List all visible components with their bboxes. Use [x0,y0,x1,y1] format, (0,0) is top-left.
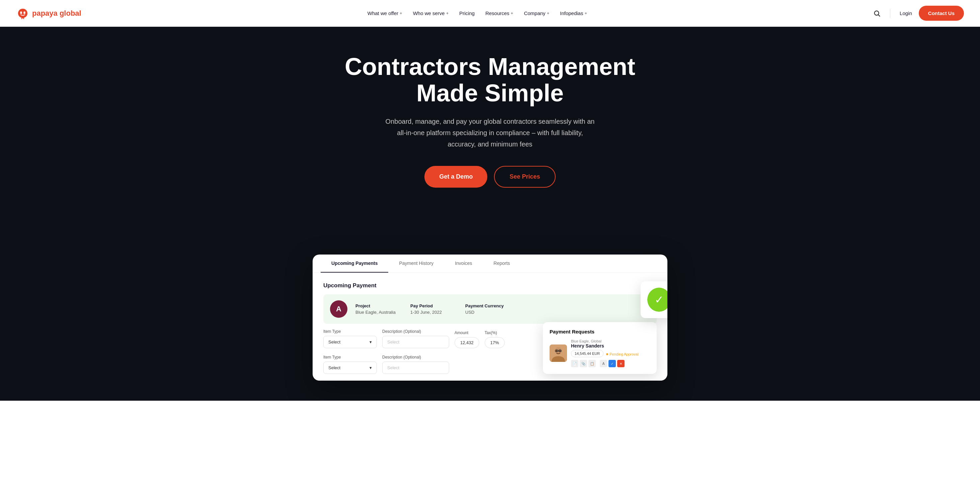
tab-payment-history[interactable]: Payment History [388,255,444,273]
chevron-down-icon: ▾ [369,339,372,344]
logo[interactable]: papaya global [16,7,81,19]
description-group-2: Description (Optional) Select [382,355,449,374]
desc-input-1[interactable]: Select [382,336,449,348]
currency-label: Payment Currency [465,303,512,308]
status-dot [606,353,608,355]
plus-icon: + [446,11,449,16]
dashboard-preview: Upcoming Payments Payment History Invoic… [0,255,980,401]
payment-request-row: Blue Eagle, Global Henry Sanders 14,545.… [550,339,650,367]
payment-avatar: A [330,300,347,318]
logo-text: papaya global [32,9,81,18]
pay-period-label: Pay Period [410,303,457,308]
tax-group: Tax(%) 17% [485,330,505,348]
search-icon[interactable] [873,10,881,17]
request-status: Pending Approval [606,352,638,356]
requester-name: Henry Sanders [571,343,650,349]
item-type-label-1: Item Type [323,329,377,334]
nav-item-who-we-serve[interactable]: Who we serve + [413,10,449,16]
requester-info: Blue Eagle, Global Henry Sanders 14,545.… [571,339,650,367]
item-type-group-1: Item Type Select ▾ [323,329,377,348]
hero-buttons: Get a Demo See Prices [16,166,964,188]
tab-upcoming-payments[interactable]: Upcoming Payments [321,255,388,273]
action-approve-button[interactable]: A [600,360,607,367]
svg-line-3 [878,15,880,16]
request-actions: 📄 📎 📋 A ✓ ✕ [571,360,650,367]
plus-icon: + [399,11,402,16]
project-label: Project [355,303,402,308]
tab-invoices[interactable]: Invoices [444,255,483,273]
action-reject-button[interactable]: ✕ [617,360,625,367]
requester-avatar [550,344,567,362]
action-clip-button[interactable]: 📎 [580,360,587,367]
nav-links: What we offer + Who we serve + Pricing R… [368,10,587,16]
currency-value: USD [465,310,512,315]
nav-item-what-we-offer[interactable]: What we offer + [368,10,402,16]
item-type-label-2: Item Type [323,355,377,360]
payment-header-row: A Project Blue Eagle, Australia Pay Peri… [323,294,657,324]
plus-icon: + [547,11,550,16]
project-value: Blue Eagle, Australia [355,310,402,315]
payment-requests-title: Payment Requests [550,329,650,334]
hero-subtext: Onboard, manage, and pay your global con… [383,116,597,150]
svg-point-1 [24,11,25,14]
payment-period-col: Pay Period 1-30 June, 2022 [410,303,457,315]
nav-divider [890,9,890,18]
tax-value[interactable]: 17% [485,337,505,348]
item-type-select-1[interactable]: Select ▾ [323,336,377,348]
tab-reports[interactable]: Reports [483,255,521,273]
pay-period-value: 1-30 June, 2022 [410,310,457,315]
svg-point-7 [559,350,561,352]
payment-requests-card: Payment Requests [543,322,657,374]
plus-icon: + [584,11,587,16]
action-doc-button[interactable]: 📄 [571,360,578,367]
desc-label-2: Description (Optional) [382,355,449,360]
requester-company: Blue Eagle, Global [571,339,650,343]
plus-icon: + [511,11,514,16]
amount-value[interactable]: 12,432 [455,337,479,348]
hero-heading: Contractors Management Made Simple [339,54,641,106]
desc-label-1: Description (Optional) [382,329,449,334]
dashboard-card: Upcoming Payments Payment History Invoic… [313,255,667,380]
payment-currency-col: Payment Currency USD [465,303,512,315]
hero-section: Contractors Management Made Simple Onboa… [0,27,980,255]
svg-point-0 [20,11,22,14]
nav-item-company[interactable]: Company + [524,10,549,16]
description-group-1: Description (Optional) Select [382,329,449,348]
nav-item-resources[interactable]: Resources + [485,10,513,16]
contact-us-button[interactable]: Contact Us [919,6,964,21]
dashboard-tabs: Upcoming Payments Payment History Invoic… [313,255,667,273]
amount-group: Amount 12,432 [455,330,479,348]
svg-point-6 [556,350,557,352]
nav-right: Login Contact Us [873,6,964,21]
desc-input-2[interactable]: Select [382,361,449,374]
login-button[interactable]: Login [900,10,912,16]
action-confirm-button[interactable]: ✓ [608,360,616,367]
tax-label: Tax(%) [485,330,505,335]
action-copy-button[interactable]: 📋 [589,360,596,367]
success-circle: ✓ [647,288,667,312]
nav-item-pricing[interactable]: Pricing [459,10,475,16]
success-card: ✓ [641,281,667,318]
amount-label: Amount [455,330,479,335]
navbar: papaya global What we offer + Who we ser… [0,0,980,27]
logo-icon [16,7,29,19]
request-amount: 14,545.44 EUR [571,350,603,357]
svg-point-2 [875,11,879,15]
item-type-group-2: Item Type Select ▾ [323,355,377,374]
payment-project-col: Project Blue Eagle, Australia [355,303,402,315]
check-icon: ✓ [655,293,664,306]
item-type-select-2[interactable]: Select ▾ [323,361,377,374]
see-prices-button[interactable]: See Prices [494,166,555,188]
payment-section-title: Upcoming Payment [323,282,657,289]
nav-item-infopedias[interactable]: Infopedias + [560,10,587,16]
chevron-down-icon-2: ▾ [369,365,372,370]
get-demo-button[interactable]: Get a Demo [425,166,487,188]
